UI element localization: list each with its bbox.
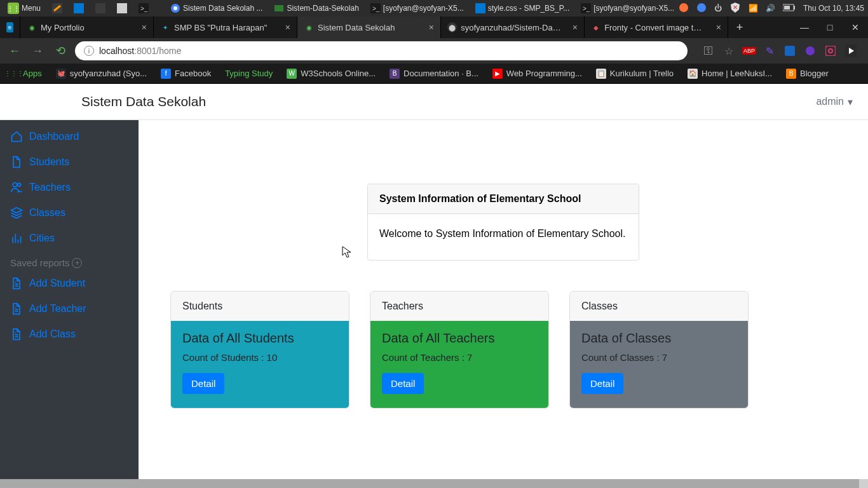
forward-button: → bbox=[29, 44, 46, 58]
clock[interactable]: Thu Oct 10, 13:45 bbox=[803, 4, 864, 13]
close-icon[interactable]: × bbox=[423, 22, 434, 32]
sidebar-item-label: Cities bbox=[29, 233, 55, 244]
svg-point-25 bbox=[13, 183, 17, 187]
card-teachers: Teachers Data of All Teachers Count of T… bbox=[370, 291, 549, 409]
detail-button-teachers[interactable]: Detail bbox=[382, 373, 424, 394]
chrome-icon[interactable] bbox=[696, 3, 707, 15]
back-button[interactable]: ← bbox=[6, 44, 23, 58]
site-info-icon[interactable]: i bbox=[84, 46, 94, 56]
os-taskbar: ⋮⋮Menu >_ Sistem Data Sekolah ... Sistem… bbox=[0, 0, 868, 17]
bookmark-typing[interactable]: Typing Study bbox=[225, 69, 273, 78]
new-tab-button[interactable]: + bbox=[728, 17, 751, 38]
star-icon[interactable]: ☆ bbox=[723, 45, 735, 57]
detail-button-classes[interactable]: Detail bbox=[581, 373, 623, 394]
os-task-sublime[interactable] bbox=[48, 0, 66, 17]
bookmark-bootstrap[interactable]: BDocumentation · B... bbox=[390, 69, 478, 79]
os-task-stack[interactable] bbox=[92, 0, 109, 17]
plus-circle-icon[interactable]: + bbox=[72, 258, 82, 268]
window-minimize[interactable]: — bbox=[792, 17, 817, 38]
window-maximize[interactable]: □ bbox=[817, 17, 843, 38]
sidebar-item-label: Add Teacher bbox=[29, 303, 86, 315]
shield-icon[interactable]: ✕ bbox=[729, 2, 741, 15]
chevron-down-icon: ▾ bbox=[848, 96, 853, 108]
sidebar-item-add-teacher[interactable]: Add Teacher bbox=[0, 296, 139, 322]
key-icon[interactable]: ⚿ bbox=[703, 45, 714, 57]
svg-point-14 bbox=[679, 3, 688, 12]
abp-icon[interactable]: ABP bbox=[743, 45, 755, 57]
browser-tab-4[interactable]: ◆Fronty - Convert image to HT× bbox=[585, 17, 728, 38]
sidebar-item-label: Students bbox=[29, 156, 69, 168]
bookmark-youtube[interactable]: ▶Web Programming... bbox=[492, 69, 582, 79]
browser-tab-0[interactable]: ◉My Portfolio× bbox=[20, 17, 154, 38]
address-bar: ← → ⟲ i localhost:8001/home ⚿ ☆ ABP ✎ bbox=[0, 38, 868, 64]
sidebar-item-cities[interactable]: Cities bbox=[0, 226, 139, 251]
card-head: Students bbox=[171, 292, 349, 321]
sidebar-item-dashboard[interactable]: Dashboard bbox=[0, 124, 139, 149]
os-window-chrome[interactable]: Sistem Data Sekolah ... bbox=[166, 0, 266, 17]
sidebar-item-teachers[interactable]: Teachers bbox=[0, 175, 139, 200]
window-close[interactable]: ✕ bbox=[843, 17, 868, 38]
bookmarks-bar: ⋮⋮⋮Apps 🐙syofyanzuhad (Syo... fFacebook … bbox=[0, 64, 868, 84]
os-window-vscode[interactable]: style.css - SMP_BS_P... bbox=[471, 0, 574, 17]
battery-icon[interactable] bbox=[783, 4, 796, 13]
card-count: Count of Classes : 7 bbox=[581, 352, 736, 363]
firefox-icon[interactable] bbox=[679, 3, 689, 15]
trello-pinned-tab[interactable]: ≡ bbox=[0, 17, 20, 38]
user-dropdown[interactable]: admin▾ bbox=[816, 96, 853, 108]
os-task-files[interactable] bbox=[113, 0, 131, 17]
close-icon[interactable]: × bbox=[710, 22, 721, 32]
welcome-card: System Information of Elementary School … bbox=[367, 184, 639, 261]
close-icon[interactable]: × bbox=[279, 22, 290, 32]
bookmark-leenuks[interactable]: 🏠Home | LeeNuksI... bbox=[688, 69, 772, 79]
sidebar-item-add-class[interactable]: Add Class bbox=[0, 322, 139, 347]
app-navbar: Sistem Data Sekolah admin▾ bbox=[0, 84, 868, 120]
os-menu[interactable]: ⋮⋮Menu bbox=[4, 0, 44, 17]
svg-text:✕: ✕ bbox=[733, 4, 738, 11]
url-input[interactable]: i localhost:8001/home bbox=[75, 41, 688, 60]
svg-rect-22 bbox=[825, 46, 836, 56]
svg-rect-1 bbox=[74, 3, 84, 13]
svg-point-15 bbox=[697, 3, 706, 12]
volume-icon[interactable]: 🔊 bbox=[766, 4, 775, 13]
bookmark-facebook[interactable]: fFacebook bbox=[161, 69, 211, 79]
app-brand[interactable]: Sistem Data Sekolah bbox=[81, 94, 206, 109]
feather-icon[interactable]: ✎ bbox=[764, 45, 775, 57]
sidebar-item-students[interactable]: Students bbox=[0, 149, 139, 175]
browser-tab-2[interactable]: ◉Sistem Data Sekolah× bbox=[297, 17, 441, 38]
welcome-title: System Information of Elementary School bbox=[368, 184, 639, 214]
sidebar-item-classes[interactable]: Classes bbox=[0, 200, 139, 226]
bookmark-github[interactable]: 🐙syofyanzuhad (Syo... bbox=[56, 69, 147, 79]
os-task-vscode[interactable] bbox=[70, 0, 88, 17]
wifi-icon[interactable]: 📶 bbox=[749, 4, 758, 13]
sidebar-item-label: Classes bbox=[29, 207, 65, 219]
browser-tabstrip: ≡ ◉My Portfolio× ✦SMP BS "Putra Harapan"… bbox=[0, 17, 868, 38]
svg-rect-19 bbox=[784, 6, 790, 10]
os-task-term1[interactable]: >_ bbox=[135, 0, 153, 17]
reload-button[interactable]: ⟲ bbox=[52, 44, 69, 58]
card-title: Data of Classes bbox=[581, 331, 736, 346]
browser-tab-1[interactable]: ✦SMP BS "Putra Harapan"× bbox=[154, 17, 297, 38]
ext-blue-icon[interactable] bbox=[784, 45, 796, 57]
bookmark-apps[interactable]: ⋮⋮⋮Apps bbox=[9, 69, 42, 79]
sidebar-item-add-student[interactable]: Add Student bbox=[0, 271, 139, 296]
svg-point-23 bbox=[829, 49, 832, 53]
svg-rect-20 bbox=[785, 46, 795, 56]
card-head: Classes bbox=[570, 292, 748, 321]
os-window-files[interactable]: Sistem-Data-Sekolah bbox=[270, 0, 362, 17]
bookmark-blogger[interactable]: BBlogger bbox=[786, 69, 829, 79]
sidebar-item-label: Teachers bbox=[29, 182, 71, 193]
os-window-term2[interactable]: >_[syofyan@syofyan-X5... bbox=[577, 0, 678, 17]
ext-purple-icon[interactable] bbox=[804, 45, 816, 57]
horizontal-scrollbar[interactable] bbox=[0, 479, 868, 488]
profile-icon[interactable] bbox=[845, 45, 857, 57]
close-icon[interactable]: × bbox=[135, 22, 147, 32]
card-students: Students Data of All Students Count of S… bbox=[170, 291, 349, 409]
detail-button-students[interactable]: Detail bbox=[182, 373, 224, 394]
browser-tab-3[interactable]: ⬤syofyanzuhad/Sistem-Data-S× bbox=[441, 17, 585, 38]
power-icon[interactable]: ⏻ bbox=[714, 4, 722, 13]
os-window-term[interactable]: >_[syofyan@syofyan-X5... bbox=[367, 0, 468, 17]
bookmark-w3[interactable]: WW3Schools Online... bbox=[287, 69, 376, 79]
bookmark-trello[interactable]: 📋Kurikulum | Trello bbox=[596, 69, 674, 79]
close-icon[interactable]: × bbox=[566, 22, 578, 32]
instagram-icon[interactable] bbox=[825, 45, 836, 57]
